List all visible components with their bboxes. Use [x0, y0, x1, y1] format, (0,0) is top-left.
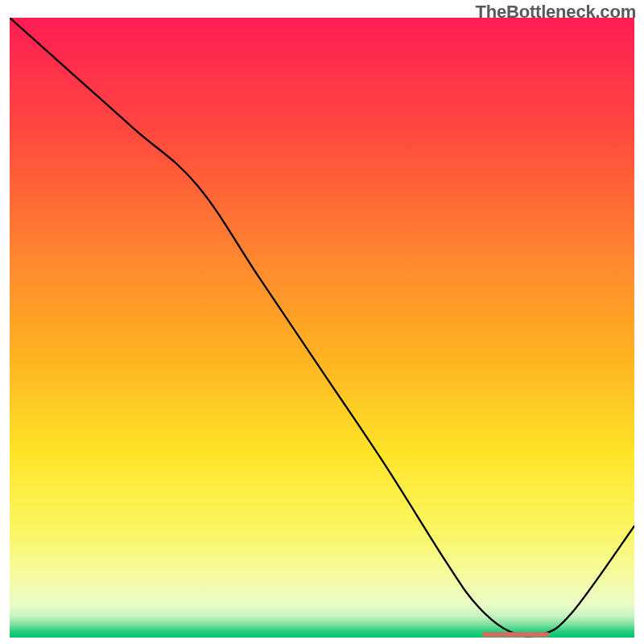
chart-svg: [10, 18, 634, 638]
plot-area: [10, 18, 634, 638]
watermark-label: TheBottleneck.com: [475, 2, 636, 23]
gradient-background: [10, 18, 634, 638]
chart-container: TheBottleneck.com: [0, 0, 644, 644]
